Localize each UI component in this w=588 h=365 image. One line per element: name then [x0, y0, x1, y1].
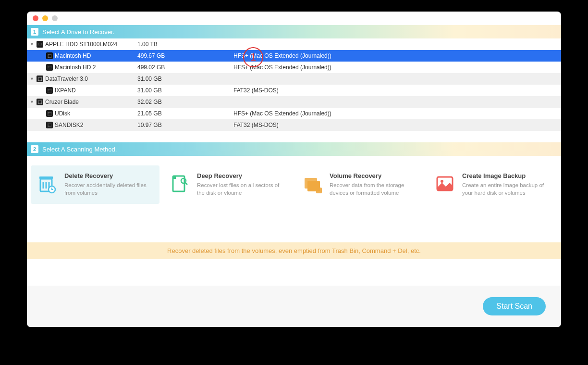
scan-method-deep-recovery[interactable]: Deep RecoveryRecover lost files on all s…	[163, 165, 292, 204]
drive-icon: ⬚	[46, 64, 53, 71]
svg-rect-11	[316, 188, 322, 193]
drive-row[interactable]: ▼⬚Cruzer Blade32.02 GB	[27, 96, 561, 108]
section1-header: 1 Select A Drive to Recover.	[27, 25, 561, 38]
method-title: Create Image Backup	[462, 172, 552, 179]
drive-name: SANDISK2	[55, 122, 83, 128]
drive-size: 499.02 GB	[137, 64, 233, 71]
method-icon	[301, 172, 324, 195]
method-title: Delete Recovery	[64, 172, 155, 179]
annotation-circle-1: 1	[243, 47, 263, 67]
method-desc: Recover accidentally deleted files from …	[64, 181, 155, 197]
footer: Start Scan	[27, 286, 561, 327]
drive-size: 32.02 GB	[137, 99, 233, 105]
drive-icon: ⬚	[46, 52, 53, 59]
method-title: Deep Recovery	[197, 172, 287, 179]
drive-list: ▼⬚APPLE HDD ST1000LM0241.00 TB⬚Macintosh…	[27, 38, 561, 131]
drive-size: 21.05 GB	[137, 110, 233, 117]
drive-icon: ⬚	[37, 41, 43, 48]
drive-row[interactable]: ⬚SANDISK210.97 GBFAT32 (MS-DOS)	[27, 119, 561, 131]
titlebar	[27, 12, 561, 25]
step-badge: 1	[31, 28, 38, 36]
app-window: 1 Select A Drive to Recover. ▼⬚APPLE HDD…	[27, 12, 561, 327]
drive-size: 31.00 GB	[137, 87, 233, 94]
section2-header: 2 Select A Scanning Method.	[27, 142, 561, 156]
disclosure-icon[interactable]: ▼	[30, 100, 35, 104]
drive-icon: ⬚	[46, 87, 53, 94]
start-scan-button[interactable]: Start Scan	[483, 297, 546, 315]
drive-name: APPLE HDD ST1000LM024	[45, 41, 117, 48]
drive-filesystem: HFS+ (Mac OS Extended (Journaled))	[233, 52, 561, 59]
close-icon[interactable]	[33, 15, 38, 21]
step-badge: 2	[31, 145, 38, 153]
section2-title: Select A Scanning Method.	[42, 146, 117, 153]
svg-rect-1	[39, 176, 53, 179]
drive-icon: ⬚	[37, 76, 43, 82]
drive-row[interactable]: ⬚UDisk21.05 GBHFS+ (Mac OS Extended (Jou…	[27, 108, 561, 119]
drive-row[interactable]: ⬚IXPAND31.00 GBFAT32 (MS-DOS)	[27, 85, 561, 96]
minimize-icon[interactable]	[42, 15, 48, 21]
drive-row[interactable]: ⬚Macintosh HD 2499.02 GBHFS+ (Mac OS Ext…	[27, 62, 561, 73]
drive-filesystem: FAT32 (MS-DOS)	[233, 87, 561, 94]
drive-row[interactable]: ▼⬚APPLE HDD ST1000LM0241.00 TB	[27, 38, 561, 50]
drive-name: UDisk	[55, 110, 70, 117]
svg-point-13	[441, 180, 443, 183]
scan-methods: Delete RecoveryRecover accidentally dele…	[27, 156, 561, 214]
method-desc: Recover data from the storage devices or…	[330, 181, 420, 197]
hint-bar: Recover deleted files from the volumes, …	[27, 242, 561, 259]
scan-method-delete-recovery[interactable]: Delete RecoveryRecover accidentally dele…	[31, 165, 159, 204]
drive-name: IXPAND	[55, 87, 76, 94]
svg-line-8	[185, 183, 187, 185]
disclosure-icon[interactable]: ▼	[30, 76, 35, 81]
drive-icon: ⬚	[37, 99, 43, 105]
scan-method-volume-recovery[interactable]: Volume RecoveryRecover data from the sto…	[296, 165, 425, 204]
method-icon	[36, 172, 59, 195]
drive-name: Cruzer Blade	[45, 99, 79, 105]
maximize-icon	[52, 15, 58, 21]
scan-method-create-image-backup[interactable]: Create Image BackupCreate an entire imag…	[429, 165, 557, 204]
drive-name: DataTraveler 3.0	[45, 76, 88, 82]
drive-filesystem: HFS+ (Mac OS Extended (Journaled))	[233, 64, 561, 71]
drive-row[interactable]: ⬚Macintosh HD499.67 GBHFS+ (Mac OS Exten…	[27, 50, 561, 62]
drive-icon: ⬚	[46, 110, 53, 117]
method-desc: Create an entire image backup of your ha…	[462, 181, 552, 197]
drive-name: Macintosh HD	[55, 52, 91, 59]
method-icon	[433, 172, 456, 195]
drive-filesystem: FAT32 (MS-DOS)	[233, 122, 561, 128]
disclosure-icon[interactable]: ▼	[30, 42, 35, 47]
drive-name: Macintosh HD 2	[55, 64, 96, 71]
method-desc: Recover lost files on all sectors of the…	[197, 181, 287, 197]
method-icon	[168, 172, 191, 195]
drive-row[interactable]: ▼⬚DataTraveler 3.031.00 GB	[27, 73, 561, 85]
method-title: Volume Recovery	[330, 172, 420, 179]
drive-size: 10.97 GB	[137, 122, 233, 128]
drive-size: 31.00 GB	[137, 76, 233, 82]
section1-title: Select A Drive to Recover.	[42, 28, 114, 36]
drive-filesystem: HFS+ (Mac OS Extended (Journaled))	[233, 110, 561, 117]
drive-size: 1.00 TB	[137, 41, 233, 48]
drive-icon: ⬚	[46, 122, 53, 128]
drive-size: 499.67 GB	[137, 52, 233, 59]
